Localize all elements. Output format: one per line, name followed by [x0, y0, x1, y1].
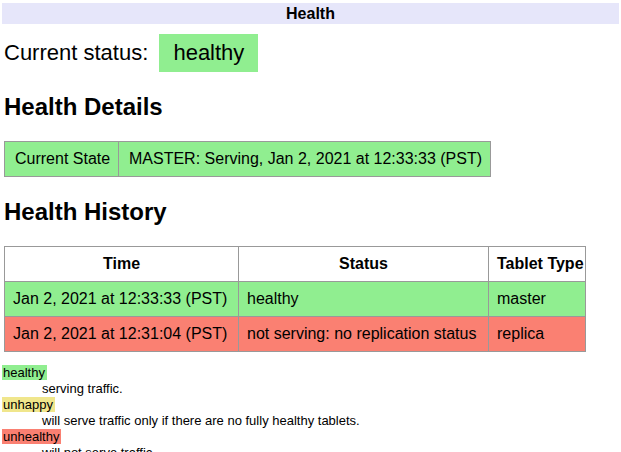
legend-term-healthy: healthy: [2, 365, 47, 380]
legend-term-unhealthy: unhealthy: [2, 429, 61, 444]
table-row: Jan 2, 2021 at 12:33:33 (PST) healthy ma…: [5, 282, 586, 317]
legend-term: unhappy: [2, 397, 619, 413]
table-row: Jan 2, 2021 at 12:31:04 (PST) not servin…: [5, 317, 586, 352]
history-time-cell: Jan 2, 2021 at 12:33:33 (PST): [5, 282, 239, 317]
legend-term: unhealthy: [2, 429, 619, 445]
current-status-badge: healthy: [159, 34, 258, 72]
health-history-heading: Health History: [4, 198, 619, 226]
health-details-heading: Health Details: [4, 93, 619, 121]
legend-description: will not serve traffic.: [42, 445, 619, 452]
current-status-label: Current status:: [4, 40, 148, 65]
table-row: Current State MASTER: Serving, Jan 2, 20…: [5, 142, 491, 177]
legend-description: will serve traffic only if there are no …: [42, 413, 619, 429]
history-tablet-type-cell: master: [489, 282, 586, 317]
health-history-table: Time Status Tablet Type Jan 2, 2021 at 1…: [4, 246, 586, 352]
history-tablet-type-cell: replica: [489, 317, 586, 352]
detail-key-cell: Current State: [5, 142, 119, 177]
table-header-row: Time Status Tablet Type: [5, 247, 586, 282]
history-time-cell: Jan 2, 2021 at 12:31:04 (PST): [5, 317, 239, 352]
detail-value-cell: MASTER: Serving, Jan 2, 2021 at 12:33:33…: [119, 142, 491, 177]
column-header-tablet-type: Tablet Type: [489, 247, 586, 282]
health-details-table: Current State MASTER: Serving, Jan 2, 20…: [4, 141, 491, 177]
history-status-cell: not serving: no replication status: [239, 317, 489, 352]
history-status-cell: healthy: [239, 282, 489, 317]
current-status-line: Current status: healthy: [4, 34, 619, 72]
page-title: Health: [2, 3, 619, 24]
legend: healthy serving traffic. unhappy will se…: [2, 365, 619, 452]
legend-term: healthy: [2, 365, 619, 381]
column-header-time: Time: [5, 247, 239, 282]
column-header-status: Status: [239, 247, 489, 282]
legend-term-unhappy: unhappy: [2, 397, 55, 412]
legend-description: serving traffic.: [42, 381, 619, 397]
